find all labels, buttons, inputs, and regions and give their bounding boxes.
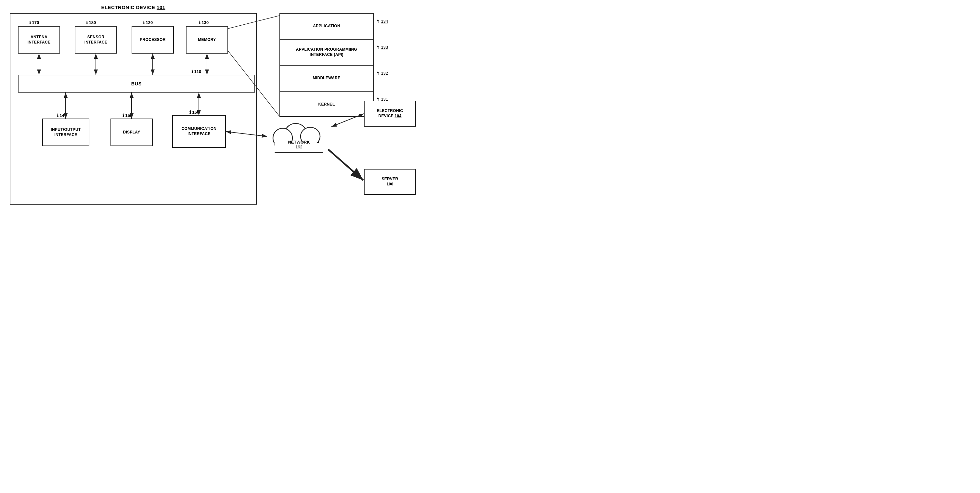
processor-ref: ℹ 120	[143, 20, 153, 25]
display-box: DISPLAY	[110, 119, 153, 146]
kernel-label: KERNEL	[318, 102, 335, 107]
io-ref: ℹ 140	[57, 113, 67, 118]
sensor-ref: ℹ 180	[86, 20, 96, 25]
stack-row-api: APPLICATION PROGRAMMIINGINTERFACE (API)	[280, 40, 373, 66]
bus-label: BUS	[131, 81, 142, 86]
stack-row-middleware: MIDDLEWARE	[280, 66, 373, 92]
display-label: DISPLAY	[123, 130, 140, 135]
ref-134: ↰ 134	[376, 19, 388, 24]
main-device-ref: 101	[157, 5, 165, 10]
bus-box: BUS	[18, 75, 255, 93]
processor-label: PROCESSOR	[140, 37, 165, 43]
sensor-label: SENSORINTERFACE	[84, 35, 108, 45]
ref-133: ↰ 133	[376, 45, 388, 50]
network-label: NETWORK162	[278, 139, 320, 149]
elec-device2-box: ELECTRONICDEVICE 104	[364, 101, 416, 127]
diagram: ELECTRONIC DEVICE 101 ANTENAINTERFACE ℹ …	[0, 0, 490, 246]
middleware-label: MIDDLEWARE	[313, 76, 340, 81]
application-label: APPLICATION	[313, 24, 340, 29]
server-label: SERVER106	[382, 177, 398, 187]
sensor-interface-box: SENSORINTERFACE	[75, 26, 117, 54]
memory-box: MEMORY	[186, 26, 228, 54]
display-ref: ℹ 150	[123, 113, 132, 118]
svg-line-24	[328, 149, 363, 180]
comm-ref: ℹ 160	[189, 110, 199, 115]
io-label: INPUT/OUTPUTINTERFACE	[51, 127, 81, 137]
memory-label: MEMORY	[198, 37, 216, 43]
memory-ref: ℹ 130	[199, 20, 208, 25]
server-box: SERVER106	[364, 169, 416, 195]
ref-132: ↰ 132	[376, 71, 388, 76]
antena-ref: ℹ 170	[29, 20, 39, 25]
bus-ref: ℹ 110	[191, 69, 201, 74]
io-interface-box: INPUT/OUTPUTINTERFACE	[42, 119, 89, 146]
elec-device2-label: ELECTRONICDEVICE 104	[377, 108, 403, 119]
network-cloud	[266, 111, 331, 162]
processor-box: PROCESSOR	[132, 26, 174, 54]
antena-interface-box: ANTENAINTERFACE	[18, 26, 60, 54]
comm-interface-box: COMMUNICATIONINTERFACE	[172, 115, 226, 148]
main-device-label: ELECTRONIC DEVICE 101	[101, 5, 165, 10]
stack-row-application: APPLICATION	[280, 14, 373, 40]
memory-stack: APPLICATION APPLICATION PROGRAMMIINGINTE…	[280, 13, 374, 117]
api-label: APPLICATION PROGRAMMIINGINTERFACE (API)	[296, 47, 357, 57]
antena-label: ANTENAINTERFACE	[28, 35, 51, 45]
comm-label: COMMUNICATIONINTERFACE	[181, 126, 217, 136]
